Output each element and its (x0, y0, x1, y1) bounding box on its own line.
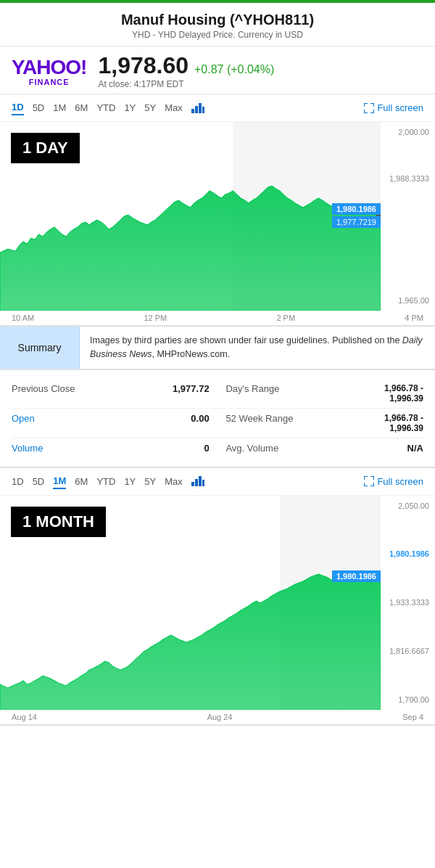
chart1-wrapper: 1 DAY 1,980.1986 (0, 122, 435, 311)
svg-rect-6 (195, 479, 198, 486)
stat-days-range: Day's Range 1,966.78 -1,996.39 (225, 383, 423, 404)
chart1-fullscreen-btn[interactable]: Full screen (364, 102, 423, 113)
price-change: +0.87 (+0.04%) (194, 63, 274, 76)
stat-value-avg-volume: N/A (407, 443, 423, 454)
chart2-btn-1d[interactable]: 1D (12, 475, 24, 488)
stat-label-open: Open (12, 413, 35, 433)
header-section: Manuf Housing (^YHOH811) YHD - YHD Delay… (0, 3, 435, 46)
logo-price-row: YAHOO! FINANCE 1,978.60 +0.87 (+0.04%) A… (0, 46, 435, 94)
chart1-x-label-2: 12 PM (144, 314, 167, 322)
ticker-title: Manuf Housing (^YHOH811) (12, 12, 423, 28)
chart2-btn-5d[interactable]: 5D (33, 475, 45, 488)
chart1-btn-ytd[interactable]: YTD (96, 101, 115, 115)
stat-avg-volume: Avg. Volume N/A (225, 443, 423, 454)
chart2-x-label-3: Sep 4 (402, 713, 423, 721)
chart2-y-axis: 2,050.00 1,980.1986 1,933.3333 1,816.666… (381, 496, 435, 710)
chart2-x-labels: Aug 14 Aug 24 Sep 4 (0, 710, 435, 725)
chart2-time-nav: 1D 5D 1M 6M YTD 1Y 5Y Max Full screen (0, 468, 435, 496)
chart1-price-tooltip1: 1,980.1986 (332, 203, 381, 215)
chart2-btn-6m[interactable]: 6M (75, 475, 88, 488)
chart2-btn-ytd[interactable]: YTD (96, 475, 115, 488)
stats-row-2: Open 0.00 52 Week Range 1,966.78 -1,996.… (12, 409, 423, 438)
chart1-btn-5y[interactable]: 5Y (144, 101, 156, 115)
chart2-btn-5y[interactable]: 5Y (144, 475, 156, 488)
chart1-x-label-4: 4 PM (405, 314, 423, 322)
svg-rect-1 (195, 106, 198, 113)
chart1-btn-max[interactable]: Max (165, 101, 183, 115)
chart1-btn-1d[interactable]: 1D (12, 100, 24, 115)
stat-52week: 52 Week Range 1,966.78 -1,996.39 (225, 413, 423, 433)
chart2-area: 1 MONTH 1,980.1986 (0, 496, 381, 710)
chart2-x-label-1: Aug 14 (12, 713, 37, 721)
chart1-day-label: 1 DAY (11, 133, 80, 163)
stat-value-prev-close: 1,977.72 (173, 383, 210, 404)
stat-label-days-range: Day's Range (225, 383, 279, 404)
chart1-x-label-3: 2 PM (276, 314, 295, 322)
chart1-x-label-1: 10 AM (12, 314, 34, 322)
stat-label-52week: 52 Week Range (225, 413, 293, 433)
chart2-month-label: 1 MONTH (11, 507, 106, 537)
chart2-btn-max[interactable]: Max (165, 475, 183, 488)
chart2-x-label-2: Aug 24 (207, 713, 233, 721)
chart1-btn-5d[interactable]: 5D (33, 101, 45, 115)
stat-value-volume: 0 (204, 443, 209, 454)
stat-label-avg-volume: Avg. Volume (225, 443, 278, 454)
svg-rect-5 (191, 482, 194, 486)
close-time: At close: 4:17PM EDT (98, 79, 423, 89)
chart2-y-label-5: 1,700.00 (386, 695, 429, 704)
chart2-fullscreen-btn[interactable]: Full screen (364, 476, 423, 487)
summary-tab[interactable]: Summary (0, 327, 80, 369)
stat-open: Open 0.00 (12, 413, 210, 433)
stats-row-3: Volume 0 Avg. Volume N/A (12, 438, 423, 458)
chart2-y-label-2: 1,980.1986 (386, 549, 429, 558)
finance-wordmark: FINANCE (29, 78, 70, 86)
chart2-btn-1y[interactable]: 1Y (124, 475, 136, 488)
chart2-price-tooltip: 1,980.1986 (332, 570, 381, 582)
chart1-price-tooltip2: 1,977.7219 (332, 216, 381, 228)
chart2-btn-1m[interactable]: 1M (53, 474, 66, 489)
chart2-fullscreen-label: Full screen (377, 476, 423, 487)
chart1-btn-1m[interactable]: 1M (53, 101, 66, 115)
stat-value-open: 0.00 (191, 413, 209, 433)
chart2-y-label-1: 2,050.00 (386, 501, 429, 510)
chart1-y-axis: 2,000.00 1,988.3333 1,965.00 (381, 122, 435, 311)
chart1-btn-6m[interactable]: 6M (75, 101, 88, 115)
stats-table: Previous Close 1,977.72 Day's Range 1,96… (0, 370, 435, 467)
summary-section: Summary Images by third parties are show… (0, 327, 435, 370)
chart1-section: 1D 5D 1M 6M YTD 1Y 5Y Max Full screen 1 … (0, 94, 435, 327)
stat-previous-close: Previous Close 1,977.72 (12, 383, 210, 404)
svg-rect-2 (199, 103, 202, 113)
stat-value-52week: 1,966.78 -1,996.39 (384, 413, 423, 433)
yahoo-logo: YAHOO! FINANCE (12, 57, 86, 86)
stat-label-volume: Volume (12, 443, 43, 454)
main-price: 1,978.60 (98, 54, 188, 77)
chart-type-icon[interactable] (191, 103, 204, 113)
chart1-btn-1y[interactable]: 1Y (124, 101, 136, 115)
svg-rect-7 (199, 476, 202, 486)
summary-notice: Images by third parties are shown under … (80, 327, 435, 369)
yahoo-wordmark: YAHOO! (12, 57, 86, 78)
chart1-y-label-2: 1,988.3333 (386, 174, 429, 183)
chart1-x-labels: 10 AM 12 PM 2 PM 4 PM (0, 311, 435, 326)
ticker-subtitle: YHD - YHD Delayed Price. Currency in USD (12, 30, 423, 40)
svg-rect-8 (202, 480, 204, 486)
chart1-time-nav: 1D 5D 1M 6M YTD 1Y 5Y Max Full screen (0, 94, 435, 122)
price-info: 1,978.60 +0.87 (+0.04%) At close: 4:17PM… (98, 54, 423, 89)
svg-rect-3 (202, 107, 204, 113)
stat-label-prev-close: Previous Close (12, 383, 75, 404)
chart1-y-label-bottom: 1,965.00 (386, 296, 429, 305)
chart2-y-label-4: 1,816.6667 (386, 647, 429, 655)
stat-value-days-range: 1,966.78 -1,996.39 (384, 383, 423, 404)
svg-rect-0 (191, 109, 194, 113)
chart2-type-icon[interactable] (191, 476, 204, 486)
publication-name: Daily Business News (90, 335, 423, 359)
chart1-fullscreen-label: Full screen (377, 102, 423, 113)
chart1-y-label-top: 2,000.00 (386, 128, 429, 136)
chart2-wrapper: 1 MONTH 1,980.1986 2,050 (0, 496, 435, 710)
chart2-y-label-3: 1,933.3333 (386, 598, 429, 607)
stat-volume: Volume 0 (12, 443, 210, 454)
chart2-section: 1D 5D 1M 6M YTD 1Y 5Y Max Full screen 1 … (0, 467, 435, 726)
stats-row-1: Previous Close 1,977.72 Day's Range 1,96… (12, 379, 423, 409)
chart1-area: 1 DAY 1,980.1986 (0, 122, 381, 311)
